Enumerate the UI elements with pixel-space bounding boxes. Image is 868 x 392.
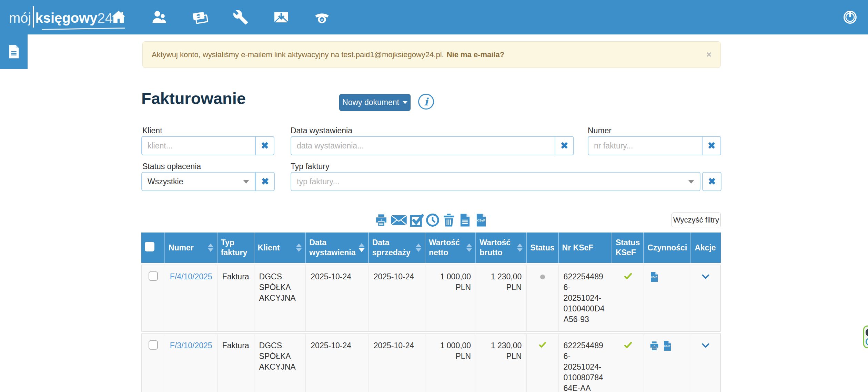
ksef-document-icon[interactable]: KSeF — [662, 340, 673, 354]
net-value-cell: 1 000,00PLN — [425, 265, 476, 332]
table-row: F/4/10/2025 Faktura DGCS SPÓŁKA AKCYJNA … — [141, 265, 721, 332]
mail-inbox-icon[interactable] — [272, 8, 290, 26]
clear-numer-icon[interactable]: ✖ — [702, 136, 721, 155]
page-title: Fakturowanie — [141, 89, 246, 108]
print-icon[interactable] — [374, 213, 388, 227]
actions-cell: KSeF — [644, 333, 691, 392]
data-wystawienia-filter-label: Data wystawienia — [291, 126, 352, 135]
green-check-icon — [623, 271, 633, 281]
data-wystawienia-input[interactable] — [291, 136, 555, 155]
info-icon[interactable]: i — [418, 94, 434, 110]
logout-power-icon[interactable] — [842, 9, 858, 25]
sort-icons[interactable] — [416, 244, 421, 252]
new-document-button[interactable]: Nowy dokument — [339, 94, 411, 111]
sale-date-cell: 2025-10-24 — [369, 333, 425, 392]
net-value-cell: 1 000,00PLN — [425, 333, 476, 392]
tools-icon[interactable] — [232, 8, 250, 26]
issue-date-cell: 2025-10-24 — [306, 265, 369, 332]
email-icon[interactable] — [390, 213, 407, 227]
col-status-ksef: Status KSeF — [616, 238, 640, 257]
svg-text:KSeF: KSeF — [476, 218, 485, 222]
svg-text:KSeF: KSeF — [651, 276, 657, 279]
klient-filter-label: Klient — [142, 126, 162, 135]
app-logo[interactable]: mójksięgowy24 — [9, 6, 113, 25]
invoice-type-cell: Faktura — [218, 265, 254, 332]
clear-status-oplacenia-icon[interactable]: ✖ — [255, 172, 275, 191]
sale-date-cell: 2025-10-24 — [369, 265, 425, 332]
contact-phone-icon[interactable]: dn — [313, 8, 331, 26]
col-klient[interactable]: Klient — [258, 243, 294, 253]
expand-cell — [691, 333, 721, 392]
select-all-icon[interactable] — [409, 213, 424, 227]
payments-icon[interactable] — [191, 8, 209, 26]
clear-klient-icon[interactable]: ✖ — [255, 136, 274, 155]
svg-text:KSeF: KSeF — [664, 345, 670, 348]
ksef-document-icon[interactable]: KSeF — [649, 271, 660, 285]
numer-filter-label: Numer — [588, 126, 612, 135]
invoices-table: Numer Typ faktury Klient Data wystawieni… — [141, 231, 721, 392]
col-typ-faktury: Typ faktury — [221, 238, 248, 257]
logo-bar — [33, 6, 34, 28]
activation-alert: Aktywuj konto, wysłaliśmy e-mailem link … — [142, 41, 721, 68]
col-numer[interactable]: Numer — [169, 243, 206, 253]
delete-trash-icon[interactable] — [442, 213, 456, 227]
caret-down-icon — [403, 101, 407, 104]
clear-typ-faktury-icon[interactable]: ✖ — [702, 172, 721, 191]
status-oplacenia-value: Wszystkie — [148, 177, 249, 186]
numer-filter-group: ✖ — [588, 136, 721, 155]
accessibility-icon[interactable] — [866, 328, 868, 337]
col-czynnosci: Czynności — [647, 243, 687, 252]
sort-icons-active[interactable] — [359, 243, 365, 252]
status-oplacenia-select[interactable]: Wszystkie — [141, 172, 255, 191]
invoice-number-link[interactable]: F/3/10/2025 — [170, 341, 212, 350]
sort-icons[interactable] — [466, 244, 472, 252]
sort-icons[interactable] — [208, 244, 213, 252]
clear-data-wystawienia-icon[interactable]: ✖ — [555, 136, 574, 155]
widget-power-icon[interactable] — [866, 338, 868, 345]
new-document-label: Nowy dokument — [342, 98, 399, 107]
main-navigation: dn — [110, 0, 331, 34]
accessibility-widget[interactable] — [863, 326, 868, 348]
bulk-actions-toolbar: KSeF — [141, 212, 721, 228]
table-header-row: Numer Typ faktury Klient Data wystawieni… — [141, 233, 721, 263]
issue-date-cell: 2025-10-24 — [306, 333, 369, 392]
clients-icon[interactable] — [150, 8, 168, 26]
print-icon[interactable] — [649, 340, 660, 354]
top-navbar: mójksięgowy24 dn — [0, 0, 868, 34]
invoice-type-cell: Faktura — [218, 333, 254, 392]
svg-text:dn: dn — [321, 18, 323, 21]
gross-value-cell: 1 230,00PLN — [476, 265, 527, 332]
row-checkbox[interactable] — [149, 271, 158, 281]
col-wartosc-netto[interactable]: Wartość netto — [429, 238, 464, 258]
row-checkbox[interactable] — [149, 340, 158, 350]
col-data-wystawienia[interactable]: Data wystawienia — [309, 238, 356, 258]
history-clock-icon[interactable] — [425, 213, 440, 227]
document-icon — [6, 44, 22, 60]
data-wystawienia-filter-group: ✖ — [291, 136, 574, 155]
col-data-sprzedazy[interactable]: Data sprzedaży — [372, 238, 414, 258]
klient-input[interactable] — [141, 136, 255, 155]
col-wartosc-brutto[interactable]: Wartość brutto — [480, 238, 515, 258]
col-nr-ksef: Nr KSeF — [562, 243, 594, 252]
green-check-icon — [623, 340, 633, 350]
typ-faktury-select[interactable]: typ faktury... — [291, 172, 700, 191]
chevron-down-icon[interactable] — [700, 275, 711, 283]
sort-icons[interactable] — [296, 244, 302, 252]
chevron-down-icon[interactable] — [700, 343, 711, 352]
alert-resend-link[interactable]: Nie ma e-maila? — [447, 50, 505, 59]
client-cell: DGCS SPÓŁKA AKCYJNA — [254, 265, 306, 332]
invoice-number-link[interactable]: F/4/10/2025 — [170, 272, 212, 281]
expand-cell — [691, 265, 721, 332]
clear-filters-button[interactable]: Wyczyść filtry — [672, 213, 721, 227]
sort-icons[interactable] — [517, 244, 523, 252]
numer-input[interactable] — [588, 136, 702, 155]
ksef-document-icon[interactable]: KSeF — [474, 213, 488, 227]
select-all-checkbox[interactable] — [145, 242, 154, 251]
gross-value-cell: 1 230,00PLN — [476, 333, 527, 392]
sidebar-documents-tab[interactable] — [0, 34, 28, 69]
document-icon[interactable] — [458, 213, 472, 227]
home-icon[interactable] — [110, 8, 128, 26]
col-status: Status — [530, 243, 554, 252]
payment-status-cell — [527, 333, 558, 392]
alert-close-icon[interactable]: × — [706, 50, 711, 59]
